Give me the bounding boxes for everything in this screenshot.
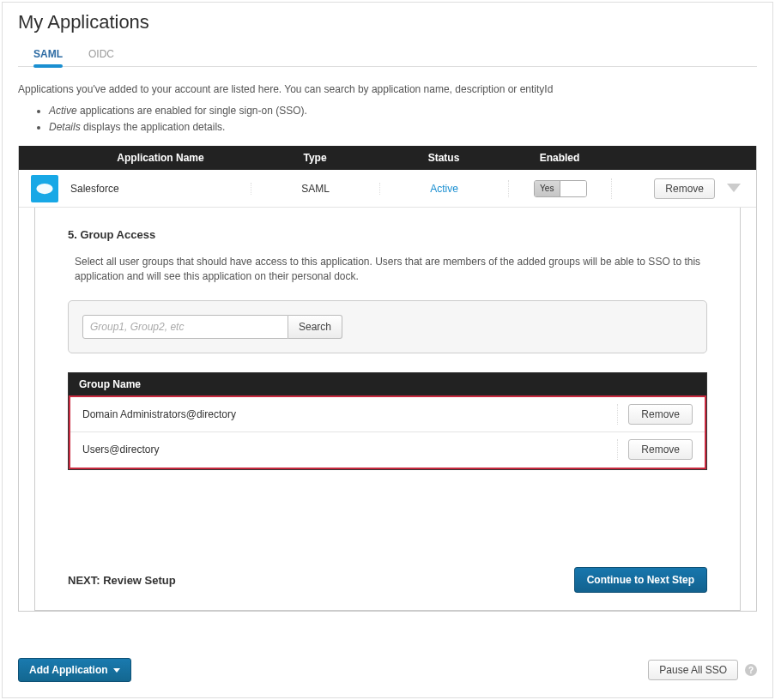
intro-bullet-2-em: Details [49,121,81,133]
tabs: SAML OIDC [18,42,757,67]
tab-saml[interactable]: SAML [33,43,63,67]
col-header-name: Application Name [70,152,251,164]
page-title: My Applications [3,3,772,39]
col-header-status: Status [379,152,508,164]
caret-down-icon [113,668,120,673]
expand-row-icon[interactable] [727,184,741,194]
intro-bullet-1: Active applications are enabled for sing… [49,104,757,118]
svg-point-0 [36,184,52,194]
intro-bullet-1-rest: applications are enabled for single sign… [77,105,307,117]
intro-line: Applications you've added to your accoun… [18,82,757,97]
intro-bullet-2-rest: displays the application details. [81,121,226,133]
salesforce-icon [31,175,58,202]
help-icon[interactable]: ? [745,664,757,676]
application-row: Salesforce SAML Active Yes Remove [19,170,756,208]
group-search-input[interactable] [82,315,288,339]
group-search-box: Search [68,300,707,353]
remove-group-button[interactable]: Remove [628,404,693,425]
enabled-toggle[interactable]: Yes [534,180,587,197]
group-name: Users@directory [82,444,160,456]
add-application-button[interactable]: Add Application [18,658,131,682]
application-type: SAML [251,183,379,195]
group-access-panel: 5. Group Access Select all user groups t… [34,208,741,611]
applications-table: Application Name Type Status Enabled Sal… [18,146,757,612]
group-search-button[interactable]: Search [288,315,342,339]
remove-group-button[interactable]: Remove [628,439,693,460]
step-title: 5. Group Access [68,228,707,241]
step-description: Select all user groups that should have … [75,255,707,282]
group-row: Users@directory Remove [70,432,705,467]
continue-button[interactable]: Continue to Next Step [574,567,707,593]
bottom-bar: Add Application Pause All SSO ? [3,646,772,697]
panel-footer: NEXT: Review Setup Continue to Next Step [68,567,707,593]
group-table-header: Group Name [69,373,706,395]
intro-bullet-2: Details displays the application details… [49,120,757,135]
group-name: Domain Administrators@directory [82,408,236,420]
pause-all-sso-button[interactable]: Pause All SSO [648,660,738,680]
application-status-link[interactable]: Active [379,183,508,195]
application-name: Salesforce [70,183,251,195]
group-row: Domain Administrators@directory Remove [70,397,705,432]
remove-application-button[interactable]: Remove [654,178,715,199]
add-application-label: Add Application [29,664,108,676]
tab-oidc[interactable]: OIDC [88,43,114,67]
toggle-yes-label: Yes [535,181,561,196]
col-header-enabled: Enabled [508,152,611,164]
group-table: Group Name Domain Administrators@directo… [68,372,707,470]
col-header-type: Type [251,152,379,164]
applications-table-header: Application Name Type Status Enabled [19,146,756,170]
next-step-label: NEXT: Review Setup [68,574,176,587]
group-table-body: Domain Administrators@directory Remove U… [69,395,706,469]
intro-bullet-1-em: Active [49,105,77,117]
intro-text: Applications you've added to your accoun… [3,67,772,134]
svg-marker-1 [727,184,741,192]
